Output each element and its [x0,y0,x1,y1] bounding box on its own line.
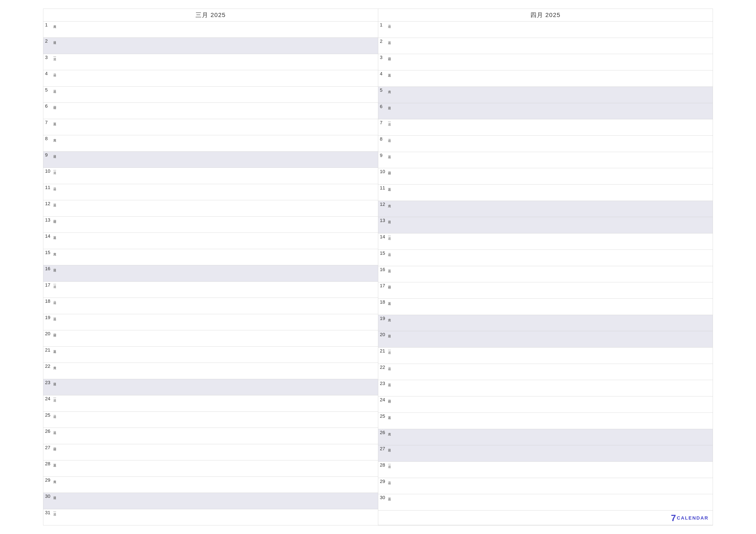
day-number: 2 [45,38,52,44]
day-number: 7 [45,120,52,125]
day-number: 29 [380,479,387,484]
day-number: 10 [380,169,387,174]
april-days: 1週二2週三3週四4週五5週六6週日7週一8週二9週三10週四11週五12週六1… [378,21,713,525]
day-row: 9週日 [43,152,378,168]
day-number: 15 [380,251,387,256]
day-number: 13 [45,217,52,223]
day-row: 5週六 [378,87,713,103]
day-row: 25週二 [43,412,378,428]
day-row: 30週三 [378,494,713,511]
day-number: 4 [380,71,387,76]
day-row: 21週五 [43,347,378,363]
day-number: 26 [45,429,52,434]
day-row: 29週二 [378,478,713,495]
day-row: 19週三 [43,314,378,330]
day-row: 13週日 [378,217,713,233]
day-row: 25週五 [378,413,713,429]
day-row: 4週二 [43,70,378,86]
day-number: 31 [45,510,52,515]
day-number: 16 [380,267,387,272]
day-row: 7週五 [43,119,378,135]
day-row: 27週四 [43,444,378,460]
day-row: 28週一 [378,462,713,478]
day-number: 23 [380,381,387,386]
day-number: 21 [45,347,52,353]
day-number: 22 [380,365,387,370]
day-number: 6 [45,104,52,109]
day-number: 19 [45,315,52,320]
day-number: 20 [380,332,387,337]
day-number: 18 [380,299,387,305]
logo-seven: 7 [671,513,676,523]
day-row: 22週二 [378,364,713,380]
day-row: 15週六 [43,249,378,265]
day-row: 2週三 [378,38,713,54]
day-row: 1週六 [43,21,378,38]
day-number: 11 [380,185,387,191]
day-number: 15 [45,250,52,255]
day-row: 10週一 [43,168,378,184]
day-row: 20週日 [378,331,713,347]
day-row: 30週日 [43,493,378,509]
day-row: 19週六 [378,315,713,331]
day-row: 5週三 [43,87,378,103]
day-row: 4週五 [378,70,713,87]
day-number: 29 [45,478,52,483]
day-number: 10 [45,168,52,174]
day-row: 6週日 [378,103,713,119]
day-number: 17 [380,283,387,288]
day-row: 28週五 [43,460,378,476]
day-number: 28 [45,461,52,467]
day-row: 29週六 [43,477,378,493]
day-number: 11 [45,185,52,190]
day-number: 6 [380,104,387,109]
day-number: 5 [380,88,387,93]
day-number: 4 [45,71,52,76]
day-number: 26 [380,430,387,435]
day-number: 1 [380,22,387,28]
day-row: 14週五 [43,233,378,249]
day-number: 17 [45,283,52,288]
day-number: 9 [380,153,387,158]
day-number: 24 [45,396,52,401]
day-number: 16 [45,266,52,271]
day-row: 17週四 [378,282,713,299]
day-number: 7 [380,120,387,125]
empty-day-row [378,511,713,525]
day-row: 16週日 [43,265,378,281]
day-row: 20週四 [43,330,378,346]
calendar-container: 三月 2025 1週六2週日3週一4週二5週三6週四7週五8週六9週日10週一1… [43,9,713,525]
day-row: 8週二 [378,136,713,152]
day-row: 24週一 [43,395,378,412]
day-row: 2週日 [43,38,378,54]
march-header: 三月 2025 [43,9,378,21]
day-number: 19 [380,316,387,321]
day-number: 9 [45,152,52,158]
day-number: 2 [380,39,387,44]
day-row: 1週二 [378,21,713,38]
day-number: 3 [380,55,387,60]
day-number: 3 [45,55,52,60]
logo-text: CALENDAR [677,515,709,521]
day-row: 26週三 [43,428,378,444]
day-row: 10週四 [378,168,713,185]
april-header: 四月 2025 [378,9,713,21]
day-row: 24週四 [378,396,713,413]
day-row: 18週二 [43,298,378,314]
day-row: 11週五 [378,185,713,201]
day-row: 6週四 [43,103,378,119]
march-days: 1週六2週日3週一4週二5週三6週四7週五8週六9週日10週一11週二12週三1… [43,21,378,525]
day-number: 21 [380,348,387,354]
day-row: 9週三 [378,152,713,168]
day-number: 1 [45,22,52,28]
day-number: 8 [380,137,387,142]
day-number: 27 [380,446,387,451]
day-row: 31週一 [43,509,378,525]
day-number: 30 [45,494,52,499]
day-number: 14 [380,234,387,240]
day-number: 28 [380,463,387,468]
day-row: 11週二 [43,184,378,200]
day-number: 13 [380,218,387,223]
day-row: 18週五 [378,299,713,315]
day-row: 16週三 [378,266,713,283]
